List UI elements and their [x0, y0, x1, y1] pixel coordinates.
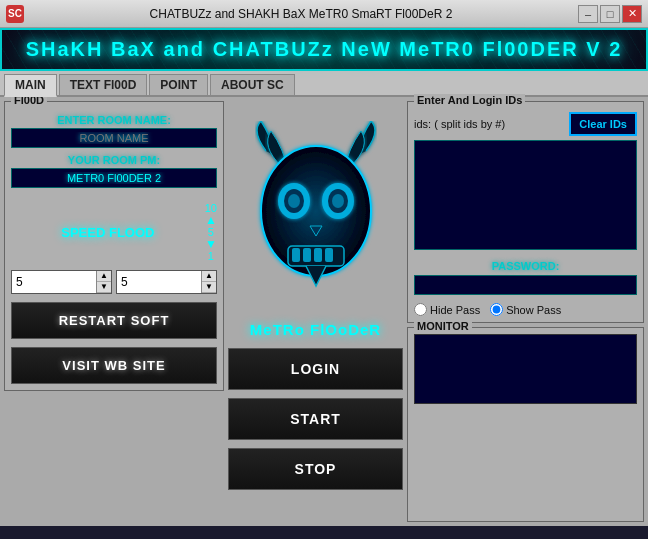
- title-bar-controls: – □ ✕: [578, 5, 642, 23]
- header-banner: SHaKH BaX and CHATBUZz NeW MeTR0 Fl00DER…: [0, 28, 648, 71]
- logo-text: MeTRo FlOoDeR: [250, 321, 381, 338]
- spinner1-up[interactable]: ▲: [97, 271, 111, 282]
- svg-rect-8: [292, 248, 300, 262]
- start-button[interactable]: START: [228, 398, 403, 440]
- spinner1-down[interactable]: ▼: [97, 282, 111, 293]
- spinner2-down[interactable]: ▼: [202, 282, 216, 293]
- monitor-group-label: MONITOR: [414, 320, 472, 332]
- restart-soft-button[interactable]: RESTART SOFT: [11, 302, 217, 339]
- visit-wb-site-button[interactable]: VISIT WB SITE: [11, 347, 217, 384]
- svg-rect-10: [314, 248, 322, 262]
- speed-flood-label: SPEED FLOOD: [11, 225, 205, 240]
- speed-up-arrow[interactable]: ▲: [205, 214, 217, 226]
- room-name-input[interactable]: [11, 128, 217, 148]
- clear-ids-button[interactable]: Clear IDs: [569, 112, 637, 136]
- ids-group: Enter And Login IDs ids: ( split ids by …: [407, 101, 644, 323]
- ids-group-label: Enter And Login IDs: [414, 94, 525, 106]
- tab-main[interactable]: MAIN: [4, 74, 57, 97]
- spinner2-wrap: ▲ ▼: [116, 270, 217, 294]
- tab-text-flood[interactable]: TEXT Fl00D: [59, 74, 148, 95]
- center-panel: MeTRo FlOoDeR LOGIN START STOP: [228, 101, 403, 522]
- left-panel: Fl00D ENTER ROOM NAME: YOUR ROOM PM: SPE…: [4, 101, 224, 522]
- svg-rect-11: [325, 248, 333, 262]
- spinner2-up[interactable]: ▲: [202, 271, 216, 282]
- ids-textarea[interactable]: [414, 140, 637, 250]
- svg-rect-9: [303, 248, 311, 262]
- ids-top-row: ids: ( split ids by #) Clear IDs: [414, 112, 637, 136]
- speed-min-value: 1: [208, 250, 214, 262]
- show-pass-label[interactable]: Show Pass: [490, 303, 561, 316]
- minimize-button[interactable]: –: [578, 5, 598, 23]
- svg-point-6: [332, 194, 344, 208]
- speed-controls: 10 ▲ 5 ▼ 1: [205, 202, 217, 262]
- speed-down-arrow[interactable]: ▼: [205, 238, 217, 250]
- spinner1-input[interactable]: [12, 271, 96, 293]
- skull-image: [236, 111, 396, 331]
- title-bar-title: CHATBUZz and SHAKH BaX MeTR0 SmaRT Fl00D…: [24, 7, 578, 21]
- maximize-button[interactable]: □: [600, 5, 620, 23]
- monitor-group: MONITOR: [407, 327, 644, 522]
- spinner1-wrap: ▲ ▼: [11, 270, 112, 294]
- login-button[interactable]: LOGIN: [228, 348, 403, 390]
- skull-svg: [246, 121, 386, 321]
- speed-flood-row: SPEED FLOOD 10 ▲ 5 ▼ 1: [11, 202, 217, 262]
- hide-pass-radio[interactable]: [414, 303, 427, 316]
- monitor-area: [414, 334, 637, 404]
- spinner2-arrows: ▲ ▼: [201, 271, 216, 293]
- spinner2-input[interactable]: [117, 271, 201, 293]
- password-radio-row: Hide Pass Show Pass: [414, 303, 637, 316]
- close-button[interactable]: ✕: [622, 5, 642, 23]
- tab-about-sc[interactable]: ABOUT SC: [210, 74, 295, 95]
- tabs-bar: MAIN TEXT Fl00D POINT ABOUT SC: [0, 71, 648, 97]
- center-buttons: LOGIN START STOP: [228, 348, 403, 490]
- tab-point[interactable]: POINT: [149, 74, 208, 95]
- ids-hint: ids: ( split ids by #): [414, 118, 505, 130]
- show-pass-radio[interactable]: [490, 303, 503, 316]
- svg-point-3: [288, 194, 300, 208]
- room-pm-input[interactable]: [11, 168, 217, 188]
- spinners-row: ▲ ▼ ▲ ▼: [11, 270, 217, 294]
- your-room-pm-label: YOUR ROOM PM:: [11, 154, 217, 166]
- room-section: ENTER ROOM NAME: YOUR ROOM PM:: [11, 114, 217, 194]
- password-input[interactable]: [414, 275, 637, 295]
- main-content: Fl00D ENTER ROOM NAME: YOUR ROOM PM: SPE…: [0, 97, 648, 526]
- password-label: PASSWORD:: [414, 260, 637, 272]
- app-icon: SC: [6, 5, 24, 23]
- stop-button[interactable]: STOP: [228, 448, 403, 490]
- hide-pass-label[interactable]: Hide Pass: [414, 303, 480, 316]
- header-title: SHaKH BaX and CHATBUZz NeW MeTR0 Fl00DER…: [26, 38, 623, 60]
- spinner1-arrows: ▲ ▼: [96, 271, 111, 293]
- password-section: PASSWORD: Hide Pass Show Pass: [414, 260, 637, 316]
- title-bar: SC CHATBUZz and SHAKH BaX MeTR0 SmaRT Fl…: [0, 0, 648, 28]
- flood-group: Fl00D ENTER ROOM NAME: YOUR ROOM PM: SPE…: [4, 101, 224, 391]
- enter-room-label: ENTER ROOM NAME:: [11, 114, 217, 126]
- right-panel: Enter And Login IDs ids: ( split ids by …: [407, 101, 644, 522]
